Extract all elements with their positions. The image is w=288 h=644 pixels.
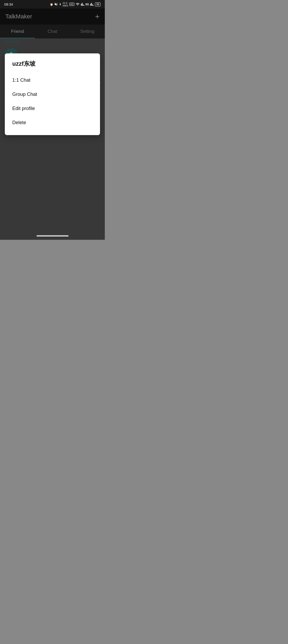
mute-icon bbox=[54, 2, 58, 6]
signal-icon bbox=[81, 2, 85, 6]
context-menu: uzzf东坡 1:1 Chat Group Chat Edit profile … bbox=[5, 53, 100, 135]
context-menu-title: uzzf东坡 bbox=[12, 60, 93, 68]
data-speed: 21.0KB/S bbox=[63, 2, 68, 7]
group-chat-button[interactable]: Group Chat bbox=[12, 87, 93, 101]
signal-5g-bars bbox=[90, 2, 94, 6]
status-bar: 09:34 ⏰ 21.0KB/S HD bbox=[0, 0, 105, 9]
edit-profile-button[interactable]: Edit profile bbox=[12, 101, 93, 116]
bluetooth-icon bbox=[59, 2, 62, 6]
alarm-icon: ⏰ bbox=[50, 3, 53, 6]
page-wrapper: 09:34 ⏰ 21.0KB/S HD bbox=[0, 0, 105, 240]
battery-icon: 98 bbox=[95, 2, 101, 6]
hd-icon: HD bbox=[69, 3, 74, 6]
wifi-icon bbox=[75, 2, 80, 6]
delete-button[interactable]: Delete bbox=[12, 116, 93, 130]
status-icons: ⏰ 21.0KB/S HD bbox=[50, 2, 101, 7]
5g-icon: 5G bbox=[86, 3, 89, 6]
one-to-one-chat-button[interactable]: 1:1 Chat bbox=[12, 73, 93, 87]
status-time: 09:34 bbox=[4, 2, 13, 6]
bottom-home-indicator bbox=[37, 235, 69, 237]
